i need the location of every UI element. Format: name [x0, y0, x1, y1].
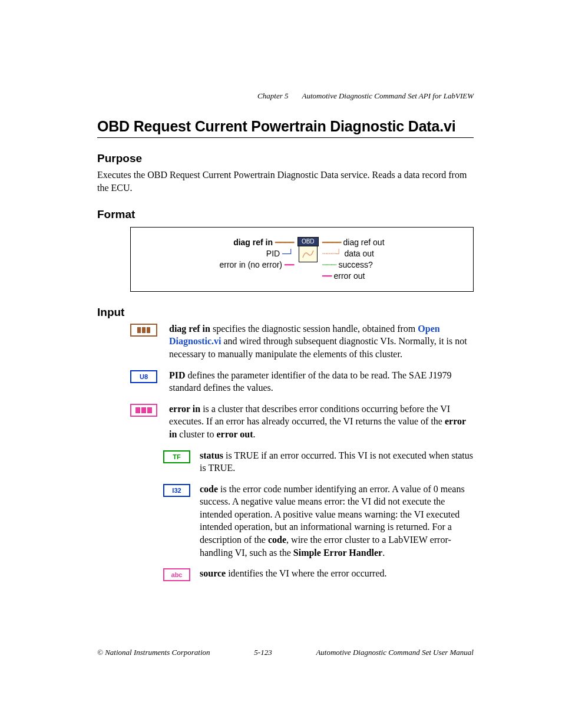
- wire-icon: ┈┈┈: [322, 260, 336, 269]
- input-status: TF status is TRUE if an error occurred. …: [163, 449, 474, 475]
- param-name: error in: [169, 404, 200, 414]
- bold-ref: error out: [216, 429, 253, 439]
- param-name: source: [200, 568, 226, 578]
- input-source: abc source identifies the VI where the e…: [163, 567, 474, 581]
- diagram-inner: diag ref in ━━━━ PID ─┘ error in (no err…: [219, 237, 384, 282]
- input-text: status is TRUE if an error occurred. Thi…: [200, 449, 474, 475]
- param-name: code: [200, 484, 218, 494]
- header-title: Automotive Diagnostic Command Set API fo…: [302, 91, 474, 100]
- text-segment: .: [253, 429, 256, 439]
- input-diag-ref-in: diag ref in specifies the diagnostic ses…: [130, 322, 474, 361]
- wire-icon: ━━: [322, 271, 332, 281]
- document-page: Chapter 5 Automotive Diagnostic Command …: [0, 0, 562, 728]
- input-error-in: error in is a cluster that describes err…: [130, 403, 474, 441]
- footer-manual-title: Automotive Diagnostic Command Set User M…: [316, 648, 474, 657]
- string-type-icon: abc: [163, 568, 190, 581]
- section-heading-input: Input: [97, 306, 474, 319]
- node-icon: [299, 246, 318, 262]
- u8-type-icon: U8: [130, 370, 157, 383]
- page-footer: © National Instruments Corporation 5-123…: [97, 648, 474, 657]
- diag-in-1: diag ref in: [233, 238, 273, 247]
- text-segment: defines the parameter identifier of the …: [169, 370, 452, 393]
- bold-ref: Simple Error Handler: [293, 548, 382, 558]
- node-label: OBD: [297, 237, 319, 246]
- cluster-type-icon: [130, 324, 157, 337]
- input-text: code is the error code number identifyin…: [200, 483, 474, 559]
- section-heading-format: Format: [97, 208, 474, 221]
- input-text: diag ref in specifies the diagnostic ses…: [169, 322, 474, 361]
- input-code: I32 code is the error code number identi…: [163, 483, 474, 559]
- text-segment: is TRUE if an error occurred. This VI is…: [200, 450, 473, 473]
- error-cluster-type-icon: [130, 404, 157, 417]
- title-rule: [97, 137, 474, 138]
- boolean-type-icon: TF: [163, 450, 190, 463]
- text-segment: specifies the diagnostic session handle,…: [210, 324, 418, 334]
- text-segment: .: [382, 548, 385, 558]
- param-name: diag ref in: [169, 324, 210, 334]
- running-header: Chapter 5 Automotive Diagnostic Command …: [257, 91, 474, 101]
- text-segment: cluster to: [177, 429, 216, 439]
- wire-icon: ━━━━: [322, 238, 341, 247]
- wire-icon: ━━: [285, 260, 294, 269]
- footer-page-number: 5-123: [254, 648, 272, 657]
- i32-type-icon: I32: [163, 484, 190, 497]
- param-name: status: [200, 450, 223, 460]
- text-segment: identifies the VI where the error occurr…: [226, 568, 386, 578]
- input-text: PID defines the parameter identifier of …: [169, 369, 474, 394]
- diagram-outputs: ━━━━ diag ref out ┄┄┄┘ data out ┈┈┈ succ…: [322, 237, 385, 282]
- diag-out-2: data out: [344, 249, 374, 258]
- diag-in-2: PID: [266, 249, 280, 258]
- diagram-node: OBD: [297, 237, 319, 262]
- page-title: OBD Request Current Powertrain Diagnosti…: [97, 118, 474, 135]
- bold-ref: code: [268, 535, 286, 545]
- footer-copyright: © National Instruments Corporation: [97, 648, 210, 657]
- diag-out-4: error out: [333, 271, 365, 281]
- purpose-text: Executes the OBD Request Current Powertr…: [97, 169, 474, 194]
- diag-out-1: diag ref out: [343, 238, 384, 247]
- wire-icon: ━━━━: [275, 238, 294, 247]
- diag-out-3: success?: [338, 260, 372, 269]
- input-pid: U8 PID defines the parameter identifier …: [130, 369, 474, 394]
- vi-connector-diagram: diag ref in ━━━━ PID ─┘ error in (no err…: [130, 227, 474, 292]
- header-chapter: Chapter 5: [257, 91, 288, 100]
- diag-in-3: error in (no error): [219, 260, 282, 269]
- diagram-inputs: diag ref in ━━━━ PID ─┘ error in (no err…: [219, 237, 293, 271]
- input-text: source identifies the VI where the error…: [200, 567, 474, 580]
- param-name: PID: [169, 370, 186, 380]
- text-segment: is a cluster that describes error condit…: [169, 404, 450, 427]
- section-heading-purpose: Purpose: [97, 152, 474, 165]
- wire-icon: ─┘: [282, 249, 294, 258]
- wire-icon: ┄┄┄┘: [322, 249, 342, 258]
- input-text: error in is a cluster that describes err…: [169, 403, 474, 441]
